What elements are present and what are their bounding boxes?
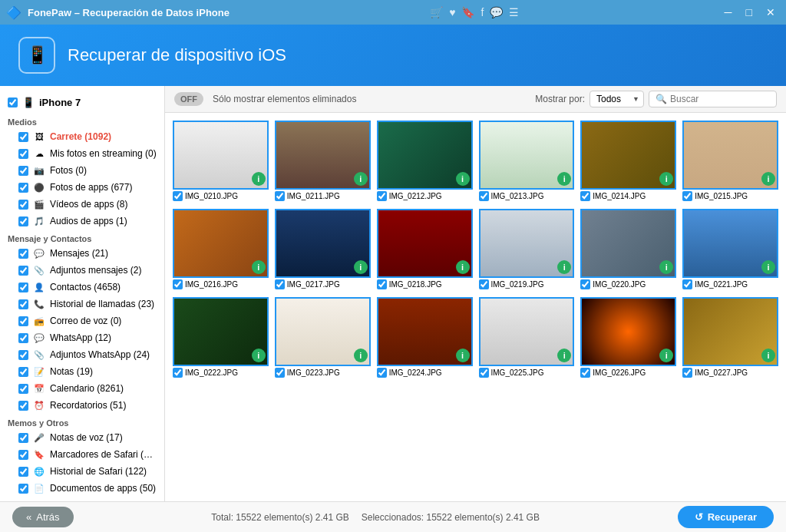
sidebar-item-adjuntos[interactable]: 📎 Adjuntos mensajes (2) [0, 262, 164, 279]
photo-checkbox[interactable] [173, 368, 183, 378]
photo-cell[interactable]: iIMG_0214.JPG [580, 121, 676, 203]
sidebar-item-fotos-apps[interactable]: ⚫ Fotos de apps (677) [0, 179, 164, 196]
sidebar-item-fotos[interactable]: 📷 Fotos (0) [0, 162, 164, 179]
photo-cell[interactable]: iIMG_0218.JPG [377, 209, 473, 291]
photo-info-button[interactable]: i [456, 349, 470, 362]
photo-cell[interactable]: iIMG_0215.JPG [682, 121, 778, 203]
toggle-deleted[interactable]: OFF [174, 92, 203, 106]
sidebar-item-audios-apps[interactable]: 🎵 Audios de apps (1) [0, 213, 164, 230]
bookmark-icon[interactable]: 🔖 [461, 6, 474, 18]
filter-select[interactable]: Todos Fotos Videos [590, 91, 644, 107]
notas-voz-checkbox[interactable] [18, 433, 28, 443]
photo-cell[interactable]: iIMG_0221.JPG [682, 209, 778, 291]
photo-checkbox[interactable] [479, 191, 489, 201]
photo-checkbox[interactable] [275, 191, 285, 201]
maximize-button[interactable]: □ [741, 5, 757, 20]
sidebar-item-adjuntos-wa[interactable]: 📎 Adjuntos WhatsApp (24) [0, 346, 164, 363]
sidebar-item-notas[interactable]: 📝 Notas (19) [0, 363, 164, 380]
sidebar-item-streaming[interactable]: ☁ Mis fotos en streaming (0) [0, 145, 164, 162]
sidebar-item-notas-voz[interactable]: 🎤 Notas de voz (17) [0, 429, 164, 446]
llamadas-checkbox[interactable] [18, 299, 28, 309]
photo-checkbox[interactable] [580, 279, 590, 289]
photo-info-button[interactable]: i [354, 349, 368, 362]
photo-info-button[interactable]: i [354, 260, 368, 274]
photo-info-button[interactable]: i [252, 349, 266, 362]
photo-info-button[interactable]: i [761, 349, 775, 362]
facebook-icon[interactable]: f [481, 6, 484, 18]
documentos-checkbox[interactable] [18, 484, 28, 494]
audios-apps-checkbox[interactable] [18, 216, 28, 226]
photo-info-button[interactable]: i [354, 172, 368, 186]
search-input[interactable] [670, 94, 770, 104]
photo-cell[interactable]: iIMG_0212.JPG [377, 121, 473, 203]
fotos-checkbox[interactable] [18, 166, 28, 176]
whatsapp-checkbox[interactable] [18, 333, 28, 343]
sidebar-item-carrete[interactable]: 🖼 Carrete (1092) [0, 128, 164, 145]
sidebar-item-marcadores[interactable]: 🔖 Marcadores de Safari (484) [0, 446, 164, 463]
fotos-apps-checkbox[interactable] [18, 183, 28, 193]
photo-checkbox[interactable] [580, 368, 590, 378]
device-checkbox[interactable] [8, 97, 18, 107]
photo-info-button[interactable]: i [252, 172, 266, 186]
photo-info-button[interactable]: i [252, 260, 266, 274]
photo-info-button[interactable]: i [761, 172, 775, 186]
device-row[interactable]: 📱 iPhone 7 [0, 92, 164, 113]
streaming-checkbox[interactable] [18, 149, 28, 159]
sidebar-item-correo-voz[interactable]: 📻 Correo de voz (0) [0, 312, 164, 329]
photo-checkbox[interactable] [275, 368, 285, 378]
photo-cell[interactable]: iIMG_0227.JPG [682, 297, 778, 379]
photo-cell[interactable]: iIMG_0217.JPG [275, 209, 371, 291]
sidebar-item-mensajes[interactable]: 💬 Mensajes (21) [0, 245, 164, 262]
photo-cell[interactable]: iIMG_0213.JPG [479, 121, 575, 203]
chat-icon[interactable]: 💬 [490, 6, 503, 18]
photo-checkbox[interactable] [377, 279, 387, 289]
photo-cell[interactable]: iIMG_0222.JPG [173, 297, 269, 379]
photo-cell[interactable]: iIMG_0226.JPG [580, 297, 676, 379]
photo-checkbox[interactable] [682, 368, 692, 378]
heart-icon[interactable]: ♥ [449, 6, 455, 18]
photo-cell[interactable]: iIMG_0223.JPG [275, 297, 371, 379]
sidebar-item-documentos[interactable]: 📄 Documentos de apps (50) [0, 480, 164, 497]
sidebar-item-historial-safari[interactable]: 🌐 Historial de Safari (122) [0, 463, 164, 480]
back-button[interactable]: « Atrás [12, 507, 74, 527]
photo-cell[interactable]: iIMG_0211.JPG [275, 121, 371, 203]
sidebar-item-videos-apps[interactable]: 🎬 Vídeos de apps (8) [0, 196, 164, 213]
adjuntos-wa-checkbox[interactable] [18, 350, 28, 360]
photo-info-button[interactable]: i [456, 260, 470, 274]
photo-checkbox[interactable] [173, 191, 183, 201]
marcadores-checkbox[interactable] [18, 450, 28, 460]
sidebar-item-contactos[interactable]: 👤 Contactos (4658) [0, 279, 164, 296]
correo-voz-checkbox[interactable] [18, 316, 28, 326]
notas-checkbox[interactable] [18, 367, 28, 377]
photo-checkbox[interactable] [479, 368, 489, 378]
sidebar-item-llamadas[interactable]: 📞 Historial de llamadas (23) [0, 296, 164, 312]
photo-checkbox[interactable] [173, 279, 183, 289]
recordatorios-checkbox[interactable] [18, 401, 28, 411]
carrete-checkbox[interactable] [18, 132, 28, 142]
cart-icon[interactable]: 🛒 [430, 6, 443, 18]
photo-checkbox[interactable] [377, 191, 387, 201]
calendario-checkbox[interactable] [18, 384, 28, 394]
photo-cell[interactable]: iIMG_0220.JPG [580, 209, 676, 291]
photo-checkbox[interactable] [682, 279, 692, 289]
photo-cell[interactable]: iIMG_0210.JPG [173, 121, 269, 203]
photo-checkbox[interactable] [580, 191, 590, 201]
historial-safari-checkbox[interactable] [18, 467, 28, 477]
sidebar-item-recordatorios[interactable]: ⏰ Recordatorios (51) [0, 397, 164, 414]
minimize-button[interactable]: ─ [720, 5, 737, 20]
photo-checkbox[interactable] [479, 279, 489, 289]
contactos-checkbox[interactable] [18, 283, 28, 292]
photo-checkbox[interactable] [682, 191, 692, 201]
photo-checkbox[interactable] [377, 368, 387, 378]
photo-cell[interactable]: iIMG_0225.JPG [479, 297, 575, 379]
recover-button[interactable]: ↺ Recuperar [678, 506, 774, 528]
sidebar-item-whatsapp[interactable]: 💬 WhatsApp (12) [0, 329, 164, 346]
photo-cell[interactable]: iIMG_0216.JPG [173, 209, 269, 291]
photo-info-button[interactable]: i [761, 260, 775, 274]
photo-cell[interactable]: iIMG_0224.JPG [377, 297, 473, 379]
photo-checkbox[interactable] [275, 279, 285, 289]
menu-icon[interactable]: ☰ [509, 6, 519, 18]
sidebar-item-calendario[interactable]: 📅 Calendario (8261) [0, 380, 164, 397]
mensajes-checkbox[interactable] [18, 249, 28, 259]
photo-info-button[interactable]: i [456, 172, 470, 186]
